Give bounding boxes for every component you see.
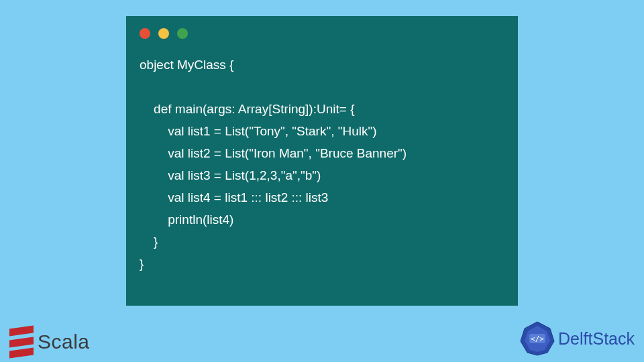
code-line: def main(args: Array[String]):Unit= { — [140, 102, 355, 116]
code-line: object MyClass { — [140, 58, 233, 72]
delftstack-label: DelftStack — [558, 329, 635, 349]
close-icon — [140, 28, 150, 39]
scala-label: Scala — [38, 330, 90, 353]
delftstack-icon: </> — [519, 320, 555, 357]
code-line: println(list4) — [140, 213, 233, 227]
scala-logo: Scala — [9, 327, 90, 357]
code-line: val list2 = List("Iron Man", "Bruce Bann… — [140, 146, 407, 160]
scala-bar — [9, 337, 34, 347]
scala-bar — [9, 325, 34, 336]
code-window: object MyClass { def main(args: Array[St… — [126, 16, 518, 306]
code-line: } — [140, 257, 144, 271]
delftstack-logo: </> DelftStack — [519, 320, 635, 357]
code-line: val list4 = list1 ::: list2 ::: list3 — [140, 190, 328, 204]
minimize-icon — [158, 28, 169, 39]
scala-icon — [9, 327, 34, 357]
code-block: object MyClass { def main(args: Array[St… — [140, 54, 504, 275]
code-line: val list1 = List("Tony", "Stark", "Hulk"… — [140, 124, 377, 138]
maximize-icon — [177, 28, 188, 39]
svg-text:</>: </> — [531, 335, 544, 343]
code-line: val list3 = List(1,2,3,"a","b") — [140, 168, 321, 182]
scala-bar — [9, 347, 34, 358]
window-controls — [140, 28, 504, 39]
code-line: } — [140, 235, 158, 249]
